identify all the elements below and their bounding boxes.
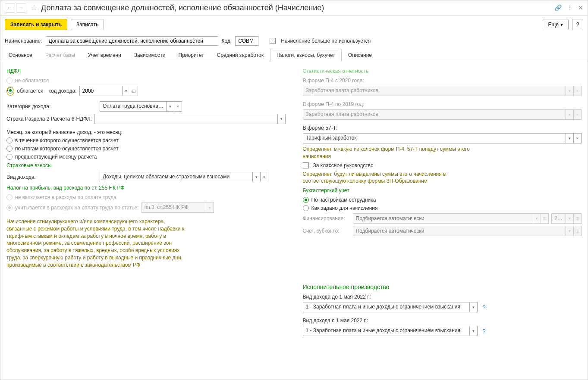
p4-2020-label: В форме П-4 с 2020 года: [303, 78, 582, 84]
income-type-clear[interactable]: × [261, 172, 268, 182]
acc-r2-radio[interactable] [303, 205, 309, 211]
profit-r2-radio [6, 205, 13, 211]
save-close-button[interactable]: Записать и закрыть [5, 19, 67, 30]
month-r3-radio[interactable] [6, 154, 13, 160]
exec-before-help-icon[interactable]: ? [483, 304, 486, 311]
profit-r1-radio [6, 194, 13, 200]
tab-base[interactable]: Расчет базы [39, 49, 82, 61]
p4-2019-label: В форме П-4 по 2019 год: [303, 101, 582, 107]
class-label: За классное руководство [313, 162, 374, 168]
profit-article-dropdown: ▾ [206, 202, 214, 213]
month-r2-radio[interactable] [6, 146, 13, 152]
income-cat-clear[interactable]: × [174, 101, 182, 112]
f57t-dropdown[interactable]: ▾ [566, 133, 574, 143]
fin-dropdown: ▾ [533, 213, 541, 224]
ndfl-title: НДФЛ [6, 68, 286, 74]
chevron-down-icon: ▾ [560, 22, 563, 28]
acc-title: Бухгалтерский учет [303, 187, 582, 193]
p4-2019-select: Заработная плата работников [303, 109, 566, 120]
exec-title: Исполнительное производство [303, 283, 582, 290]
income-type-dropdown[interactable]: ▾ [253, 172, 261, 182]
tab-taxes[interactable]: Налоги, взносы, бухучет [270, 49, 342, 61]
code-label: Код: [222, 38, 232, 44]
p4-2020-clear: × [574, 86, 582, 96]
code-input[interactable] [235, 36, 258, 46]
back-button[interactable]: ← [5, 3, 15, 12]
tab-priority[interactable]: Приоритет [172, 49, 211, 61]
p4-2020-select: Заработная плата работников [303, 86, 566, 96]
fin-select [353, 213, 534, 224]
row6-label: Строка Раздела 2 Расчета 6-НДФЛ: [6, 116, 92, 122]
forward-button[interactable]: → [16, 3, 26, 12]
acc-r1-radio[interactable] [303, 197, 309, 203]
close-icon[interactable]: ✕ [578, 4, 583, 11]
acc-r2-label: Как задано для начисления [311, 205, 378, 211]
tab-time[interactable]: Учет времени [82, 49, 128, 61]
link-icon[interactable]: 🔗 [554, 4, 562, 11]
exec-before-label: Вид дохода до 1 мая 2022 г.: [303, 294, 582, 300]
f57t-clear[interactable]: × [574, 133, 582, 143]
income-code-open[interactable]: ◫ [130, 86, 138, 96]
month-r1-label: в течение которого осуществляется расчет [15, 137, 119, 143]
acct-select [353, 226, 566, 236]
month-r1-radio[interactable] [6, 137, 13, 143]
tab-main[interactable]: Основное [2, 49, 39, 61]
income-cat-label: Категория дохода: [6, 103, 97, 109]
row6-dropdown[interactable]: ▾ [278, 114, 286, 124]
save-button[interactable]: Записать [71, 19, 104, 30]
acct-label: Счет, субконто: [303, 228, 350, 234]
income-type-label: Вид дохода: [6, 174, 97, 180]
stat-hint: Определяет, в какую из колонок форм П-4,… [303, 146, 484, 160]
income-type-select[interactable]: Доходы, целиком облагаемые страховыми вз… [100, 172, 253, 182]
profit-r1-label: не включается в расходы по оплате труда [15, 194, 116, 200]
name-input[interactable] [46, 36, 218, 46]
unused-checkbox[interactable] [270, 38, 276, 44]
month-label: Месяц, за который начислен доход, - это … [6, 129, 286, 135]
income-code-dropdown[interactable]: ▾ [123, 86, 130, 96]
income-cat-select[interactable]: Оплата труда (основная н [100, 101, 167, 112]
acct-open: ◫ [574, 226, 582, 236]
fin-code-dropdown: ▾ [566, 213, 574, 224]
window-title: Доплата за совмещение должностей, исполн… [41, 3, 554, 12]
fin-label: Финансирование: [303, 215, 350, 221]
name-label: Наименование: [5, 38, 42, 44]
exec-after-label: Вид дохода с 1 мая 2022 г.: [303, 318, 582, 324]
f57t-select[interactable]: Тарифный заработок [303, 133, 566, 143]
tabs: Основное Расчет базы Учет времени Зависи… [0, 48, 588, 61]
row6-select[interactable] [94, 114, 278, 124]
ndfl-taxed-radio[interactable] [7, 87, 13, 93]
favorite-icon[interactable]: ☆ [31, 3, 38, 12]
fin-open: ◫ [541, 213, 549, 224]
tab-avg[interactable]: Средний заработок [211, 49, 270, 61]
tab-desc[interactable]: Описание [342, 49, 378, 61]
acct-dropdown: ▾ [566, 226, 574, 236]
exec-after-dropdown[interactable]: ▾ [470, 326, 478, 336]
profit-title: Налог на прибыль, вид расхода по ст. 255… [6, 185, 286, 191]
tab-deps[interactable]: Зависимости [128, 49, 172, 61]
exec-before-dropdown[interactable]: ▾ [470, 302, 478, 312]
class-hint: Определяет, будут ли выделены суммы этог… [303, 171, 484, 185]
income-cat-dropdown[interactable]: ▾ [167, 101, 174, 112]
help-button[interactable]: ? [572, 19, 583, 30]
kebab-icon[interactable]: ⋮ [567, 4, 573, 11]
acc-r1-label: По настройкам сотрудника [311, 197, 376, 203]
stat-title: Статистическая отчетность [303, 68, 582, 74]
profit-article-select: пп.3, ст.255 НК РФ [141, 202, 206, 213]
month-r3-label: предшествующий месяцу расчета [15, 154, 97, 160]
titlebar: ← → ☆ Доплата за совмещение должностей, … [0, 0, 588, 16]
fin-code-input [551, 213, 566, 224]
income-code-input[interactable] [79, 86, 123, 96]
ndfl-not-taxed-radio [6, 78, 13, 84]
more-button[interactable]: Еще ▾ [543, 19, 569, 30]
exec-after-select[interactable]: 1 - Заработная плата и иные доходы с огр… [303, 326, 470, 336]
p4-2020-dropdown: ▾ [566, 86, 574, 96]
exec-before-select[interactable]: 1 - Заработная плата и иные доходы с огр… [303, 302, 470, 312]
profit-hint: Начисления стимулирующего и/или компенси… [6, 218, 188, 269]
income-code-label: код дохода: [49, 88, 77, 94]
p4-2019-clear: × [574, 109, 582, 120]
ndfl-taxed-label: облагается [17, 88, 44, 94]
month-r2-label: по итогам которого осуществляется расчет [15, 146, 119, 152]
f57t-label: В форме 57-Т: [303, 125, 582, 131]
exec-after-help-icon[interactable]: ? [483, 328, 486, 334]
class-checkbox[interactable] [303, 162, 309, 168]
